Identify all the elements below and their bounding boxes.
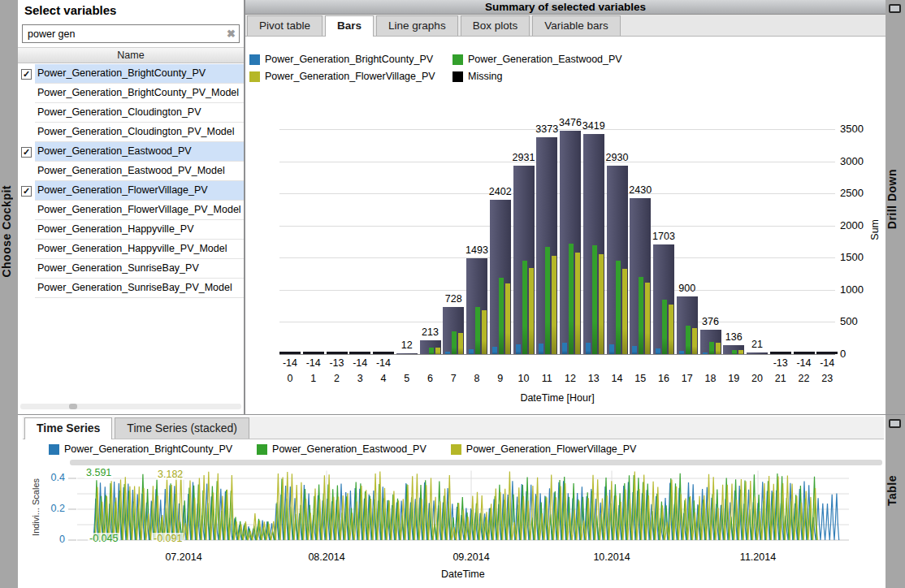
checked-checkbox-icon[interactable]: ✓ (21, 69, 32, 80)
variable-row[interactable]: Power_Generation_BrightCounty_PV_Model (18, 84, 244, 103)
checkbox-slot[interactable] (18, 240, 35, 259)
variable-name[interactable]: Power_Generation_Eastwood_PV_Model (35, 162, 244, 181)
series-bar-power-generation-flowervillage-pv[interactable] (482, 310, 487, 354)
series-bar-power-generation-brightcounty-pv[interactable] (492, 347, 497, 354)
series-bar-power-generation-brightcounty-pv[interactable] (562, 343, 567, 354)
tab-line-graphs[interactable]: Line graphs (376, 15, 458, 36)
series-bar-power-generation-eastwood-pv[interactable] (569, 244, 574, 354)
tab-bars[interactable]: Bars (325, 15, 374, 37)
variable-row[interactable]: Power_Generation_Cloudington_PV (18, 103, 244, 123)
series-bar-power-generation-eastwood-pv[interactable] (592, 245, 597, 354)
series-bar-power-generation-eastwood-pv[interactable] (522, 261, 527, 354)
series-bar-power-generation-brightcounty-pv[interactable] (703, 352, 708, 354)
variable-name[interactable]: Power_Generation_Happyville_PV (35, 220, 244, 240)
series-bar-power-generation-brightcounty-pv[interactable] (516, 344, 521, 354)
sum-bar-zero[interactable] (373, 352, 394, 354)
sum-bar-zero[interactable] (303, 352, 324, 354)
checked-checkbox-icon[interactable]: ✓ (21, 186, 32, 197)
series-bar-power-generation-flowervillage-pv[interactable] (669, 305, 673, 354)
search-input[interactable] (23, 25, 239, 42)
variable-row[interactable]: Power_Generation_Eastwood_PV_Model (18, 162, 244, 181)
checkbox-slot[interactable]: ✓ (18, 181, 35, 201)
series-bar-power-generation-eastwood-pv[interactable] (616, 261, 621, 354)
sum-bar-zero[interactable] (349, 352, 370, 354)
variable-name[interactable]: Power_Generation_FlowerVillage_PV (35, 181, 244, 201)
maximize-icon[interactable] (889, 4, 901, 13)
checkbox-slot[interactable] (18, 279, 35, 298)
series-bar-power-generation-eastwood-pv[interactable] (499, 278, 504, 354)
variable-name[interactable]: Power_Generation_FlowerVillage_PV_Model (35, 201, 244, 220)
checkbox-slot[interactable] (18, 84, 35, 103)
table-strip[interactable]: Table (886, 415, 905, 588)
clear-search-icon[interactable]: ✖ (227, 28, 236, 40)
sum-bar-zero[interactable] (816, 352, 838, 354)
series-bar-power-generation-flowervillage-pv[interactable] (435, 348, 440, 354)
series-bar-power-generation-flowervillage-pv[interactable] (716, 343, 721, 354)
variable-name[interactable]: Power_Generation_Eastwood_PV (35, 142, 244, 162)
tab-pivot-table[interactable]: Pivot table (247, 15, 323, 36)
choose-cockpit-strip[interactable]: Choose Cockpit (0, 0, 18, 588)
bar-chart[interactable]: 0500100015002000250030003500-140-141-132… (245, 37, 886, 414)
variable-name[interactable]: Power_Generation_BrightCounty_PV (35, 64, 244, 84)
series-bar-power-generation-brightcounty-pv[interactable] (609, 344, 614, 354)
series-bar-power-generation-flowervillage-pv[interactable] (622, 269, 627, 354)
variable-row[interactable]: ✓Power_Generation_FlowerVillage_PV (18, 181, 244, 201)
series-bar-power-generation-eastwood-pv[interactable] (475, 307, 480, 354)
checkbox-slot[interactable]: ✓ (18, 142, 35, 162)
variable-name[interactable]: Power_Generation_BrightCounty_PV_Model (35, 84, 244, 103)
series-bar-power-generation-flowervillage-pv[interactable] (738, 350, 743, 354)
drill-down-strip[interactable]: Drill Down (886, 0, 905, 414)
series-bar-power-generation-eastwood-pv[interactable] (709, 342, 714, 354)
variable-name[interactable]: Power_Generation_Cloudington_PV (35, 103, 244, 123)
variable-name[interactable]: Power_Generation_Cloudington_PV_Model (35, 123, 244, 142)
series-bar-power-generation-brightcounty-pv[interactable] (539, 344, 543, 354)
tab-time-series[interactable]: Time Series (24, 417, 112, 439)
tab-variable-bars[interactable]: Variable bars (532, 15, 621, 36)
series-bar-power-generation-eastwood-pv[interactable] (686, 326, 691, 354)
series-bar-power-generation-brightcounty-pv[interactable] (445, 352, 450, 354)
series-bar-power-generation-flowervillage-pv[interactable] (599, 254, 604, 354)
series-bar-power-generation-eastwood-pv[interactable] (452, 331, 457, 354)
series-bar-power-generation-flowervillage-pv[interactable] (505, 283, 510, 354)
checkbox-slot[interactable] (18, 220, 35, 240)
variable-name[interactable]: Power_Generation_Happyville_PV_Model (35, 240, 244, 259)
checkbox-slot[interactable]: ✓ (18, 64, 35, 84)
series-bar-power-generation-brightcounty-pv[interactable] (632, 346, 637, 354)
variable-name[interactable]: Power_Generation_SunriseBay_PV_Model (35, 279, 244, 298)
series-bar-power-generation-flowervillage-pv[interactable] (458, 333, 463, 354)
variable-row[interactable]: Power_Generation_FlowerVillage_PV_Model (18, 201, 244, 220)
horizontal-scrollbar[interactable] (20, 404, 241, 409)
sum-bar-zero[interactable] (327, 352, 348, 354)
checkbox-slot[interactable] (18, 123, 35, 142)
checkbox-slot[interactable] (18, 259, 35, 279)
series-bar-power-generation-flowervillage-pv[interactable] (692, 328, 697, 354)
checkbox-slot[interactable] (18, 162, 35, 181)
name-column-header[interactable]: Name (18, 47, 244, 63)
series-bar-power-generation-brightcounty-pv[interactable] (679, 351, 684, 354)
tab-box-plots[interactable]: Box plots (461, 15, 530, 36)
sum-bar-zero[interactable] (279, 352, 301, 354)
series-bar-power-generation-brightcounty-pv[interactable] (656, 348, 660, 354)
series-bar-power-generation-flowervillage-pv[interactable] (575, 253, 580, 354)
series-bar-power-generation-eastwood-pv[interactable] (429, 348, 434, 354)
maximize-icon[interactable] (889, 419, 901, 428)
series-bar-power-generation-eastwood-pv[interactable] (662, 300, 667, 354)
sum-bar-zero[interactable] (794, 352, 815, 354)
series-bar-power-generation-eastwood-pv[interactable] (732, 350, 737, 354)
checkbox-slot[interactable] (18, 103, 35, 123)
variable-row[interactable]: Power_Generation_SunriseBay_PV_Model (18, 279, 244, 298)
variable-row[interactable]: ✓Power_Generation_BrightCounty_PV (18, 64, 244, 84)
variable-row[interactable]: Power_Generation_Cloudington_PV_Model (18, 123, 244, 142)
series-bar-power-generation-flowervillage-pv[interactable] (552, 256, 556, 354)
sum-bar-zero[interactable] (770, 352, 791, 354)
variable-name[interactable]: Power_Generation_SunriseBay_PV (35, 259, 244, 279)
series-bar-power-generation-eastwood-pv[interactable] (639, 277, 643, 354)
variable-row[interactable]: Power_Generation_Happyville_PV (18, 220, 244, 240)
series-bar-power-generation-brightcounty-pv[interactable] (469, 349, 474, 354)
series-bar-power-generation-flowervillage-pv[interactable] (529, 268, 534, 354)
scrollbar-thumb[interactable] (69, 404, 77, 409)
checkbox-slot[interactable] (18, 201, 35, 220)
sum-bar[interactable] (396, 353, 418, 354)
time-series-scrollbar[interactable] (70, 460, 882, 465)
variable-row[interactable]: Power_Generation_SunriseBay_PV (18, 259, 244, 279)
